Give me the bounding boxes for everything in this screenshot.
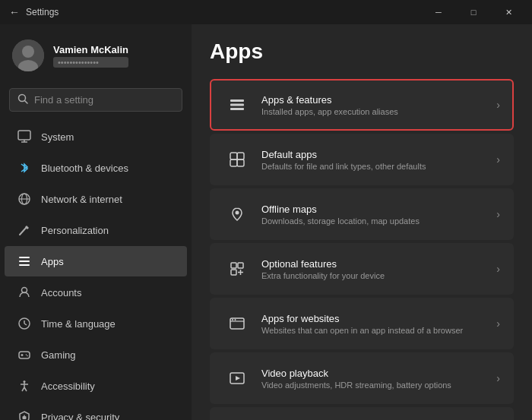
video-playback-text: Video playback Video adjustments, HDR st…	[261, 368, 490, 390]
settings-item-video-playback[interactable]: Video playback Video adjustments, HDR st…	[210, 352, 514, 404]
sidebar-item-accessibility[interactable]: Accessibility	[5, 371, 187, 401]
personalization-icon	[17, 223, 32, 238]
sidebar-item-label-personalization: Personalization	[41, 225, 109, 236]
sidebar: Vamien McKalin •••••••••••••• System Blu…	[0, 24, 192, 420]
svg-line-29	[24, 387, 27, 391]
svg-rect-40	[231, 263, 236, 268]
settings-list: Apps & features Installed apps, app exec…	[210, 79, 514, 420]
avatar	[12, 39, 44, 71]
apps-icon	[17, 254, 32, 269]
app-container: Vamien McKalin •••••••••••••• System Blu…	[0, 24, 532, 420]
accounts-icon	[17, 285, 32, 300]
sidebar-item-label-bluetooth: Bluetooth & devices	[41, 163, 128, 174]
optional-features-desc: Extra functionality for your device	[261, 271, 490, 280]
settings-item-apps-features[interactable]: Apps & features Installed apps, app exec…	[210, 79, 514, 131]
offline-maps-title: Offline maps	[261, 204, 490, 215]
sidebar-item-accounts[interactable]: Accounts	[5, 277, 187, 308]
sidebar-item-label-accounts: Accounts	[41, 287, 81, 298]
titlebar-controls: ─ □ ✕	[421, 0, 526, 24]
optional-features-title: Optional features	[261, 258, 490, 270]
default-apps-title: Default apps	[261, 149, 490, 160]
optional-features-chevron: ›	[496, 263, 500, 275]
sidebar-item-bluetooth[interactable]: Bluetooth & devices	[5, 153, 187, 183]
svg-rect-15	[19, 264, 30, 266]
privacy-icon	[17, 409, 32, 420]
sidebar-item-apps[interactable]: Apps	[5, 246, 187, 276]
sidebar-item-privacy[interactable]: Privacy & security	[5, 402, 187, 420]
bluetooth-icon	[17, 160, 32, 175]
svg-marker-50	[236, 376, 240, 381]
apps-websites-desc: Websites that can open in an app instead…	[261, 326, 490, 335]
video-playback-title: Video playback	[261, 368, 490, 379]
apps-features-chevron: ›	[496, 99, 500, 111]
offline-maps-text: Offline maps Downloads, storage location…	[261, 204, 490, 226]
apps-features-title: Apps & features	[261, 94, 490, 106]
optional-features-icon	[223, 255, 251, 283]
titlebar-left: ← Settings	[9, 6, 59, 18]
nav-list: System Bluetooth & devices Network & int…	[0, 121, 192, 420]
system-icon	[17, 129, 32, 144]
svg-rect-35	[230, 153, 237, 159]
close-button[interactable]: ✕	[491, 0, 526, 24]
offline-maps-chevron: ›	[496, 208, 500, 220]
apps-websites-chevron: ›	[496, 317, 500, 330]
settings-item-optional-features[interactable]: Optional features Extra functionality fo…	[210, 243, 514, 295]
svg-rect-42	[231, 270, 236, 275]
sidebar-item-system[interactable]: System	[5, 122, 187, 152]
sidebar-item-personalization[interactable]: Personalization	[5, 215, 187, 245]
default-apps-chevron: ›	[496, 153, 500, 166]
settings-item-startup[interactable]: Startup Apps that start automatically wh…	[210, 407, 514, 420]
apps-websites-text: Apps for websites Websites that can open…	[261, 313, 490, 335]
svg-rect-13	[19, 257, 30, 258]
time-icon	[17, 316, 32, 331]
sidebar-item-gaming[interactable]: Gaming	[5, 339, 187, 370]
svg-point-1	[22, 46, 34, 58]
sidebar-item-label-apps: Apps	[41, 256, 64, 267]
settings-item-offline-maps[interactable]: Offline maps Downloads, storage location…	[210, 188, 514, 240]
optional-features-text: Optional features Extra functionality fo…	[261, 258, 490, 280]
minimize-button[interactable]: ─	[421, 0, 456, 24]
apps-websites-icon	[223, 310, 251, 337]
apps-websites-title: Apps for websites	[261, 313, 490, 324]
svg-rect-36	[237, 153, 244, 159]
search-icon	[17, 93, 28, 106]
maximize-button[interactable]: □	[456, 0, 491, 24]
sidebar-item-label-privacy: Privacy & security	[41, 412, 119, 421]
user-name: Vamien McKalin	[53, 44, 128, 55]
search-box[interactable]	[9, 88, 182, 112]
svg-rect-20	[19, 352, 30, 358]
settings-item-default-apps[interactable]: Default apps Defaults for file and link …	[210, 134, 514, 185]
default-apps-desc: Defaults for file and link types, other …	[261, 162, 490, 171]
svg-rect-34	[230, 108, 244, 110]
titlebar: ← Settings ─ □ ✕	[0, 0, 532, 24]
svg-rect-38	[237, 159, 244, 166]
user-info: Vamien McKalin ••••••••••••••	[53, 44, 128, 68]
default-apps-text: Default apps Defaults for file and link …	[261, 149, 490, 171]
svg-point-48	[235, 319, 236, 321]
accessibility-icon	[17, 378, 32, 393]
network-icon	[17, 191, 32, 207]
back-icon[interactable]: ←	[9, 6, 20, 18]
sidebar-item-label-time: Time & language	[41, 318, 116, 330]
sidebar-item-network[interactable]: Network & internet	[5, 184, 187, 214]
svg-rect-14	[19, 261, 30, 262]
apps-features-text: Apps & features Installed apps, app exec…	[261, 94, 490, 116]
titlebar-title: Settings	[26, 7, 59, 17]
svg-rect-30	[23, 416, 27, 419]
page-title: Apps	[210, 39, 514, 64]
sidebar-item-time[interactable]: Time & language	[5, 308, 187, 339]
svg-rect-41	[238, 263, 243, 268]
sidebar-item-label-gaming: Gaming	[41, 349, 76, 361]
svg-line-4	[25, 101, 28, 104]
svg-point-23	[26, 354, 27, 355]
svg-rect-32	[230, 99, 244, 102]
user-profile[interactable]: Vamien McKalin ••••••••••••••	[0, 30, 192, 81]
offline-maps-desc: Downloads, storage location, map updates	[261, 216, 490, 226]
main-content: Apps Apps & features Installed apps, app…	[192, 24, 532, 420]
sidebar-item-label-network: Network & internet	[41, 194, 122, 205]
settings-item-apps-websites[interactable]: Apps for websites Websites that can open…	[210, 298, 514, 349]
svg-point-25	[24, 381, 26, 383]
search-input[interactable]	[34, 94, 174, 106]
apps-features-icon	[223, 91, 251, 118]
user-email: ••••••••••••••	[53, 57, 128, 68]
